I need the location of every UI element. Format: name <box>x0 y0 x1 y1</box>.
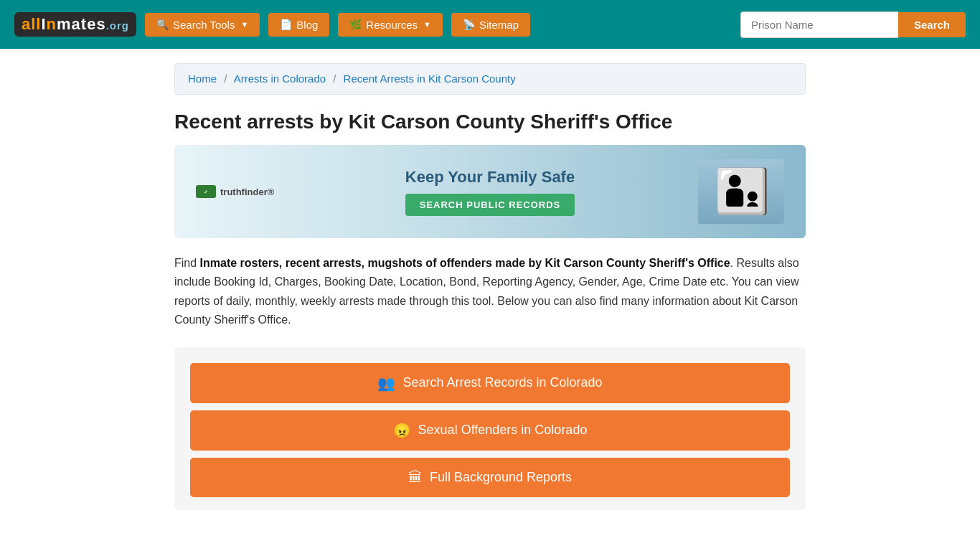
resources-icon: 🌿 <box>349 19 362 30</box>
ad-image-section: 👨‍👦 <box>698 159 784 224</box>
svg-text:✓: ✓ <box>204 189 208 194</box>
breadcrumb-home[interactable]: Home <box>188 72 217 85</box>
search-tools-icon: 🔍 <box>156 19 169 30</box>
ad-banner[interactable]: ✓ truthfinder® Keep Your Family Safe SEA… <box>174 145 806 238</box>
search-arrest-icon: 👥 <box>377 375 395 392</box>
sexual-offenders-icon: 😠 <box>393 422 411 439</box>
blog-button[interactable]: 📄 Blog <box>268 13 329 37</box>
blog-icon: 📄 <box>280 19 292 30</box>
sexual-offenders-label: Sexual Offenders in Colorado <box>418 423 588 438</box>
site-header: allInmates.org 🔍 Search Tools ▼ 📄 Blog 🌿… <box>0 0 980 49</box>
search-tools-button[interactable]: 🔍 Search Tools ▼ <box>145 13 260 37</box>
sitemap-button[interactable]: 📡 Sitemap <box>451 13 530 37</box>
ad-person-image: 👨‍👦 <box>715 170 768 213</box>
search-arrest-label: Search Arrest Records in Colorado <box>402 375 602 390</box>
sitemap-icon: 📡 <box>463 19 475 30</box>
blog-label: Blog <box>296 19 318 31</box>
search-tools-label: Search Tools <box>173 19 235 31</box>
search-button-label: Search <box>914 19 950 31</box>
resources-arrow-icon: ▼ <box>423 20 431 29</box>
action-card-section: 👥 Search Arrest Records in Colorado 😠 Se… <box>174 347 806 510</box>
full-background-icon: 🏛 <box>408 469 423 486</box>
prison-search-button[interactable]: Search <box>898 12 966 37</box>
prison-search-input[interactable] <box>740 11 898 38</box>
main-content: Home / Arrests in Colorado / Recent Arre… <box>160 49 820 524</box>
search-arrest-button[interactable]: 👥 Search Arrest Records in Colorado <box>190 363 790 403</box>
desc-bold: Inmate rosters, recent arrests, mugshots… <box>200 257 730 269</box>
breadcrumb: Home / Arrests in Colorado / Recent Arre… <box>174 63 806 95</box>
full-background-label: Full Background Reports <box>430 470 572 485</box>
ad-search-button[interactable]: SEARCH PUBLIC RECORDS <box>405 194 575 216</box>
full-background-button[interactable]: 🏛 Full Background Reports <box>190 458 790 497</box>
breadcrumb-arrests-colorado[interactable]: Arrests in Colorado <box>234 72 326 85</box>
breadcrumb-sep-1: / <box>224 72 227 85</box>
sexual-offenders-button[interactable]: 😠 Sexual Offenders in Colorado <box>190 410 790 451</box>
truthfinder-brand: truthfinder® <box>220 187 274 197</box>
page-description: Find Inmate rosters, recent arrests, mug… <box>174 254 806 330</box>
prison-search-wrap: Search <box>740 11 966 38</box>
sitemap-label: Sitemap <box>479 19 519 31</box>
resources-button[interactable]: 🌿 Resources ▼ <box>338 13 443 37</box>
search-tools-arrow-icon: ▼ <box>240 20 248 29</box>
site-logo[interactable]: allInmates.org <box>14 12 136 37</box>
breadcrumb-text: Home / Arrests in Colorado / Recent Arre… <box>188 72 516 85</box>
desc-normal: Find <box>174 257 200 269</box>
ad-center-section: Keep Your Family Safe SEARCH PUBLIC RECO… <box>296 168 684 216</box>
ad-cta-label: SEARCH PUBLIC RECORDS <box>420 199 561 210</box>
truthfinder-logo: ✓ truthfinder® <box>196 185 282 198</box>
breadcrumb-sep-2: / <box>333 72 336 85</box>
page-title: Recent arrests by Kit Carson County Sher… <box>174 110 806 133</box>
tf-logo-icon: ✓ <box>196 185 216 198</box>
ad-brand-section: ✓ truthfinder® <box>196 185 282 198</box>
ad-headline: Keep Your Family Safe <box>296 168 684 187</box>
resources-label: Resources <box>366 19 418 31</box>
breadcrumb-kit-carson[interactable]: Recent Arrests in Kit Carson County <box>344 72 516 85</box>
